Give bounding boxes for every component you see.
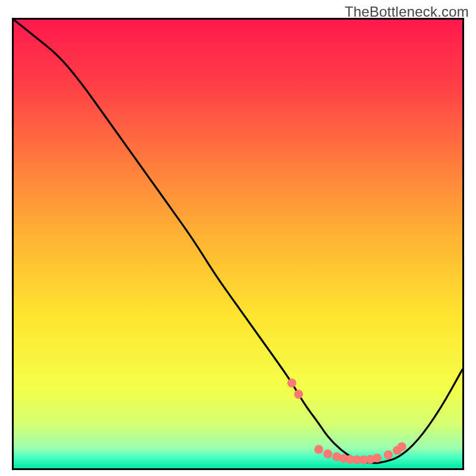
marker-dot	[323, 449, 332, 458]
watermark-text: TheBottleneck.com	[345, 4, 469, 20]
marker-dot	[287, 378, 296, 387]
marker-dot	[372, 453, 381, 462]
gradient-background	[14, 20, 462, 468]
chart-svg	[14, 20, 462, 468]
marker-dot	[384, 450, 393, 459]
marker-dot	[314, 445, 323, 454]
chart-plot-area	[12, 18, 464, 470]
marker-dot	[397, 442, 406, 451]
marker-dot	[294, 390, 303, 399]
